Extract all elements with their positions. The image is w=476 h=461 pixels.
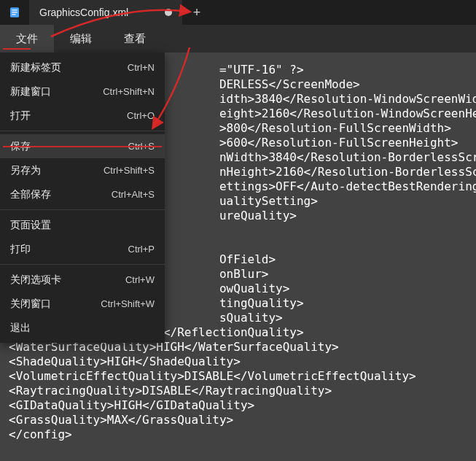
menu-item-shortcut: Ctrl+Shift+S [104, 165, 155, 176]
menu-item-label: 全部保存 [10, 188, 51, 201]
menu-item-new-tab[interactable]: 新建标签页 Ctrl+N [0, 55, 165, 80]
menu-separator [0, 264, 165, 265]
menu-item-shortcut: Ctrl+W [125, 274, 155, 285]
tab-graphicsconfig[interactable]: GraphicsConfig.xml [29, 0, 182, 25]
menu-separator [0, 131, 165, 131]
menu-bar: 文件 编辑 查看 [0, 25, 476, 53]
svg-rect-1 [12, 9, 17, 10]
menu-item-label: 关闭窗口 [10, 298, 51, 311]
menu-item-close-window[interactable]: 关闭窗口 Ctrl+Shift+W [0, 292, 165, 316]
menu-item-shortcut: Ctrl+Alt+S [112, 189, 155, 200]
menu-item-shortcut: Ctrl+Shift+N [103, 86, 155, 97]
menu-item-shortcut: Ctrl+S [128, 141, 155, 152]
menu-item-save-as[interactable]: 另存为 Ctrl+Shift+S [0, 158, 165, 182]
dirty-dot-icon [165, 9, 172, 16]
svg-rect-2 [12, 12, 17, 12]
menu-edit[interactable]: 编辑 [54, 25, 108, 53]
plus-icon: + [193, 5, 201, 20]
tab-strip: GraphicsConfig.xml + [0, 0, 476, 25]
menu-item-label: 退出 [10, 322, 31, 335]
menu-item-shortcut: Ctrl+Shift+W [101, 298, 155, 309]
file-menu-dropdown: 新建标签页 Ctrl+N 新建窗口 Ctrl+Shift+N 打开 Ctrl+O… [0, 53, 165, 343]
svg-rect-3 [12, 14, 15, 15]
menu-item-shortcut: Ctrl+N [128, 62, 155, 73]
menu-item-save[interactable]: 保存 Ctrl+S [0, 134, 165, 158]
menu-item-label: 保存 [10, 140, 31, 153]
notepad-icon [8, 6, 21, 19]
menu-item-label: 关闭选项卡 [10, 274, 61, 287]
menu-item-open[interactable]: 打开 Ctrl+O [0, 104, 165, 128]
menu-item-shortcut: Ctrl+P [128, 244, 155, 255]
menu-item-new-window[interactable]: 新建窗口 Ctrl+Shift+N [0, 80, 165, 104]
menu-separator [0, 209, 165, 210]
menu-view[interactable]: 查看 [108, 25, 162, 53]
tab-title: GraphicsConfig.xml [39, 7, 150, 18]
menu-item-label: 打开 [10, 109, 31, 123]
app-icon [0, 0, 29, 25]
menu-item-page-setup[interactable]: 页面设置 [0, 213, 165, 237]
menu-item-label: 新建标签页 [10, 61, 61, 74]
menu-item-label: 页面设置 [10, 219, 51, 232]
menu-item-exit[interactable]: 退出 [0, 316, 165, 340]
menu-item-close-tab[interactable]: 关闭选项卡 Ctrl+W [0, 268, 165, 292]
menu-item-label: 新建窗口 [10, 85, 51, 98]
menu-file[interactable]: 文件 [0, 25, 54, 53]
menu-item-save-all[interactable]: 全部保存 Ctrl+Alt+S [0, 182, 165, 206]
menu-item-label: 打印 [10, 243, 31, 256]
new-tab-button[interactable]: + [182, 0, 211, 25]
menu-item-label: 另存为 [10, 164, 41, 177]
menu-item-print[interactable]: 打印 Ctrl+P [0, 237, 165, 261]
menu-item-shortcut: Ctrl+O [127, 110, 155, 121]
